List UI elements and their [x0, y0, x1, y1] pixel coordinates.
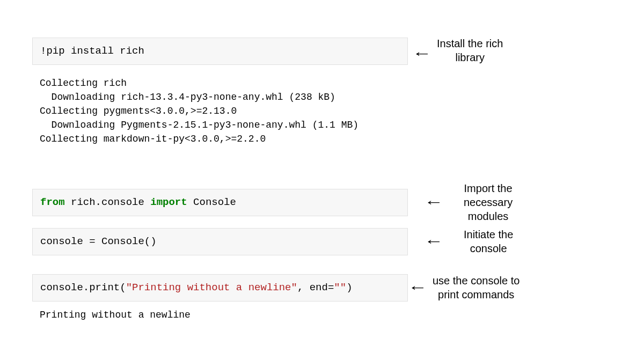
keyword-from: from — [40, 196, 65, 208]
initiate-row: console = Console() ← Initiate the conso… — [32, 227, 612, 255]
cell-area: !pip install rich — [32, 38, 408, 65]
import-name: Console — [187, 196, 236, 208]
spacer — [32, 158, 612, 181]
cell-area: console = Console() — [32, 228, 408, 255]
cell-area: Printing without a newline — [32, 306, 408, 329]
module-name: rich.console — [65, 196, 151, 208]
print-output: Printing without a newline — [32, 306, 408, 329]
string-literal-2: "" — [334, 282, 346, 293]
install-output: Collecting rich Downloading rich-13.3.4-… — [32, 72, 408, 153]
install-annotation: ← Install the rich library — [408, 38, 503, 68]
code-text: !pip install rich — [40, 45, 144, 57]
string-literal: "Printing without a newline" — [126, 282, 297, 293]
import-row: from rich.console import Console ← Impor… — [32, 181, 612, 223]
arrow-left-icon: ← — [424, 234, 443, 249]
import-annotation: ← Import the necessary modules — [408, 181, 513, 223]
install-output-row: Collecting rich Downloading rich-13.3.4-… — [32, 72, 612, 153]
arrow-left-icon: ← — [424, 195, 443, 210]
keyword-import: import — [150, 196, 187, 208]
code-prefix: console.print( — [40, 282, 126, 293]
code-suffix: ) — [346, 282, 352, 293]
install-row: !pip install rich ← Install the rich lib… — [32, 38, 612, 68]
cell-area: Collecting rich Downloading rich-13.3.4-… — [32, 72, 408, 153]
print-code-cell: console.print("Printing without a newlin… — [32, 274, 408, 302]
arrow-left-icon: ← — [408, 280, 427, 295]
annotation-text: Import the necessary modules — [464, 181, 513, 223]
install-code-cell: !pip install rich — [32, 38, 408, 65]
arrow-left-icon: ← — [412, 46, 431, 61]
annotation-text: use the console to print commands — [433, 274, 519, 302]
cell-area: from rich.console import Console — [32, 189, 408, 216]
import-code-cell: from rich.console import Console — [32, 189, 408, 216]
spacer — [32, 260, 612, 274]
cell-area: console.print("Printing without a newlin… — [32, 274, 408, 302]
code-mid: , end= — [297, 282, 334, 293]
initiate-code-cell: console = Console() — [32, 228, 408, 255]
print-row: console.print("Printing without a newlin… — [32, 274, 612, 302]
initiate-annotation: ← Initiate the console — [408, 227, 513, 255]
print-output-row: Printing without a newline — [32, 306, 612, 329]
annotation-text: Initiate the console — [464, 227, 513, 255]
print-annotation: ← use the console to print commands — [408, 274, 519, 302]
code-text: console = Console() — [40, 236, 157, 247]
annotation-text: Install the rich library — [437, 36, 503, 64]
